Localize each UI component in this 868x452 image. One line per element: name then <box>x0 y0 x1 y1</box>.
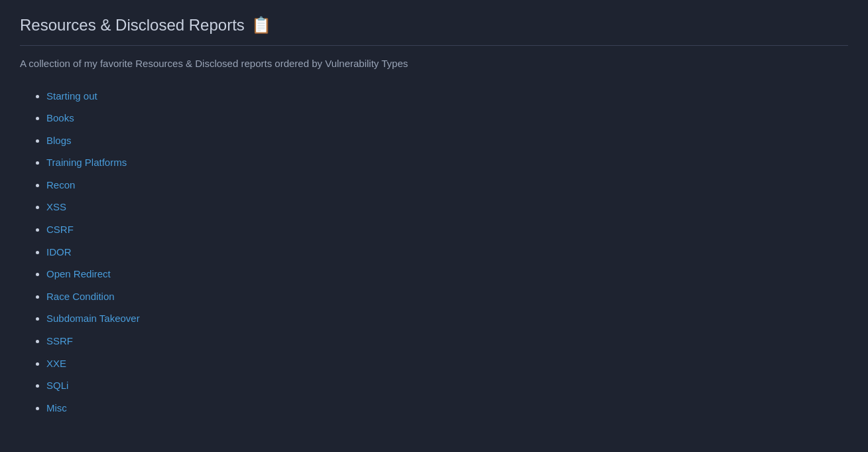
list-item: Blogs <box>46 132 848 149</box>
nav-link-misc[interactable]: Misc <box>46 402 67 414</box>
list-item: CSRF <box>46 221 848 238</box>
nav-link-training-platforms[interactable]: Training Platforms <box>46 157 127 168</box>
list-item: Books <box>46 110 848 127</box>
nav-link-race-condition[interactable]: Race Condition <box>46 291 115 302</box>
nav-link-blogs[interactable]: Blogs <box>46 135 72 146</box>
list-item: Recon <box>46 177 848 194</box>
nav-link-recon[interactable]: Recon <box>46 179 75 190</box>
nav-link-csrf[interactable]: CSRF <box>46 224 74 235</box>
page-description: A collection of my favorite Resources & … <box>20 56 848 72</box>
nav-link-xxe[interactable]: XXE <box>46 358 66 369</box>
list-item: Training Platforms <box>46 154 848 171</box>
page-title: Resources & Disclosed Reports <box>20 16 245 35</box>
list-item: Subdomain Takeover <box>46 310 848 327</box>
list-item: Starting out <box>46 88 848 105</box>
nav-link-subdomain-takeover[interactable]: Subdomain Takeover <box>46 313 140 324</box>
nav-link-ssrf[interactable]: SSRF <box>46 335 73 346</box>
nav-link-xss[interactable]: XSS <box>46 201 66 212</box>
list-item: SQLi <box>46 377 848 394</box>
navigation-list: Starting outBooksBlogsTraining Platforms… <box>20 88 848 417</box>
nav-link-idor[interactable]: IDOR <box>46 246 72 258</box>
list-item: Misc <box>46 400 848 417</box>
list-item: SSRF <box>46 333 848 350</box>
list-item: Race Condition <box>46 288 848 305</box>
nav-link-books[interactable]: Books <box>46 112 74 123</box>
title-icon: 📋 <box>251 16 271 35</box>
nav-link-starting-out[interactable]: Starting out <box>46 90 97 102</box>
nav-link-sqli[interactable]: SQLi <box>46 380 68 391</box>
list-item: Open Redirect <box>46 265 848 283</box>
list-item: XSS <box>46 198 848 216</box>
list-item: XXE <box>46 355 848 372</box>
list-item: IDOR <box>46 244 848 261</box>
page-header: Resources & Disclosed Reports 📋 <box>20 16 848 46</box>
nav-link-open-redirect[interactable]: Open Redirect <box>46 268 111 279</box>
